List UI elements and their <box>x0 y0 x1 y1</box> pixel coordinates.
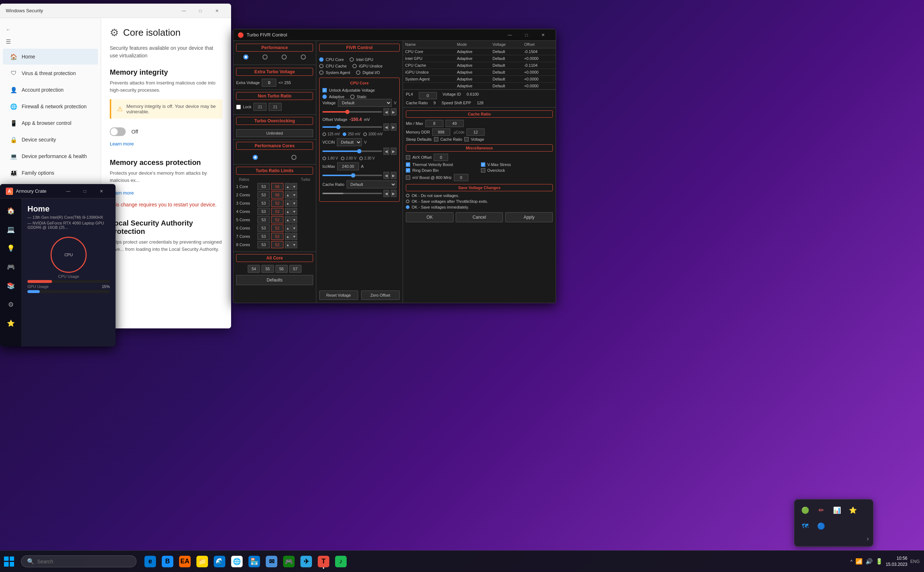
turbo-input-5cores[interactable] <box>271 216 284 223</box>
perf-radio-1[interactable] <box>243 54 248 59</box>
ratio-input-8cores[interactable] <box>257 241 270 248</box>
taskbar-icon-ea[interactable]: EA <box>177 553 193 569</box>
taskbar-icon-telegram[interactable]: ✈ <box>298 553 314 569</box>
iccmax-slider-thumb[interactable] <box>351 173 355 177</box>
defaults-button[interactable]: Defaults <box>236 275 313 285</box>
systray-icon-3[interactable]: 📊 <box>831 504 843 517</box>
lock-checkbox[interactable] <box>236 105 241 109</box>
sidebar-item-family[interactable]: 👨‍👩‍👧 Family options <box>3 165 98 181</box>
taskbar-icon-windows-store[interactable]: 🏪 <box>246 553 262 569</box>
iccmax-dec-btn[interactable]: ◀ <box>383 172 389 179</box>
ratio-input-1core[interactable] <box>257 183 270 190</box>
perf-radio-2[interactable] <box>262 54 268 59</box>
armoury-minimize-button[interactable]: — <box>60 185 76 197</box>
table-row-igpu-unslice[interactable]: iGPU Unslice Adaptive Default +0.0000 <box>403 69 556 76</box>
zero-offset-button[interactable]: Zero Offset <box>361 291 400 300</box>
thermal-velocity-checkbox[interactable] <box>406 162 410 167</box>
adaptive-radio[interactable]: Adaptive <box>323 95 344 99</box>
cache-dec-btn[interactable]: ◀ <box>383 190 389 197</box>
taskbar-icon-throttlestop[interactable]: T <box>316 553 332 569</box>
mv-boost-input[interactable] <box>454 174 468 181</box>
mv-boost-checkbox[interactable] <box>406 176 410 180</box>
ratio-down-7cores[interactable]: ▼ <box>291 233 297 240</box>
ratio-input-4cores[interactable] <box>257 208 270 215</box>
perf-radio-4[interactable] <box>301 54 306 59</box>
tray-clock[interactable]: 10:56 15.03.2023 <box>886 555 907 568</box>
save-option-1[interactable]: OK - Do not save voltages. <box>406 193 553 198</box>
lock-input-1[interactable] <box>254 103 266 111</box>
table-row-empty[interactable]: Adaptive Default +0.0000 <box>403 82 556 90</box>
cancel-button[interactable]: Cancel <box>456 212 503 222</box>
sidebar-item-device-perf[interactable]: 💻 Device performance & health <box>3 148 98 164</box>
armoury-close-button[interactable]: ✕ <box>93 185 110 197</box>
range-125mv[interactable]: 125 mV <box>323 132 340 136</box>
all-core-btn-57[interactable]: 57 <box>289 265 301 273</box>
vccin-inc-btn[interactable]: ▶ <box>391 148 396 155</box>
voltage-dec-btn[interactable]: ◀ <box>383 108 389 115</box>
armoury-sidebar-aura[interactable]: 💡 <box>3 240 19 256</box>
sidebar-menu-icon[interactable]: ☰ <box>0 35 101 48</box>
fivr-radio-system-agent[interactable]: System Agent <box>319 70 350 75</box>
avx-offset-input[interactable] <box>434 154 448 161</box>
memory-ddr-input[interactable] <box>432 129 450 136</box>
taskbar-icon-edge[interactable]: e <box>142 553 158 569</box>
all-core-btn-55[interactable]: 55 <box>262 265 274 273</box>
sidebar-item-virus[interactable]: 🛡 Virus & threat protection <box>3 65 98 81</box>
learn-more-link[interactable]: Learn more <box>110 141 134 146</box>
armoury-sidebar-scenario[interactable]: ⚙ <box>3 297 19 312</box>
ratio-up-5cores[interactable]: ▲ <box>285 216 291 223</box>
vccin-1.80v[interactable]: 1.80 V <box>323 156 338 160</box>
table-row-cpu-cache[interactable]: CPU Cache Adaptive Default -0.1104 <box>403 62 556 69</box>
tray-chevron-icon[interactable]: ^ <box>850 559 852 564</box>
sidebar-item-app-browser[interactable]: 📱 App & browser control <box>3 115 98 131</box>
ratio-down-3cores[interactable]: ▼ <box>291 200 297 207</box>
range-250mv[interactable]: 250 mV <box>343 132 360 136</box>
ratio-up-8cores[interactable]: ▲ <box>285 241 291 248</box>
turbo-input-4cores[interactable] <box>271 208 284 215</box>
vccin-select[interactable]: Default <box>337 138 362 146</box>
ratio-up-6cores[interactable]: ▲ <box>285 224 291 232</box>
ratio-up-7cores[interactable]: ▲ <box>285 233 291 240</box>
ratio-up-1core[interactable]: ▲ <box>285 183 291 190</box>
systray-icon-6[interactable]: 🔵 <box>815 520 827 533</box>
turbo-input-6cores[interactable] <box>271 224 284 232</box>
turbo-input-1core[interactable] <box>271 183 284 190</box>
memory-integrity-toggle[interactable] <box>110 127 126 136</box>
turbo-input-8cores[interactable] <box>271 241 284 248</box>
cache-ratio-cb[interactable] <box>434 137 438 141</box>
vccin-2.00v[interactable]: 2.00 V <box>341 156 356 160</box>
ratio-down-2cores[interactable]: ▼ <box>291 191 297 199</box>
taskbar-icon-file-manager[interactable]: 📁 <box>194 553 210 569</box>
cache-ratio-select[interactable]: Default <box>347 180 396 188</box>
taskbar-icon-spotify[interactable]: ♪ <box>333 553 349 569</box>
voltage-slider-thumb[interactable] <box>345 110 349 114</box>
apply-button[interactable]: Apply <box>505 212 553 222</box>
save-option-3[interactable]: OK - Save voltages immediately. <box>406 205 553 209</box>
iccmax-input[interactable] <box>337 162 359 170</box>
voltage-select[interactable]: Default <box>338 99 392 107</box>
turbo-input-7cores[interactable] <box>271 233 284 240</box>
pl4-input[interactable] <box>419 92 437 99</box>
ratio-down-1core[interactable]: ▼ <box>291 183 297 190</box>
systray-icon-4[interactable]: ⭐ <box>846 504 859 517</box>
ratio-input-6cores[interactable] <box>257 224 270 232</box>
table-row-cpu-core[interactable]: CPU Core Adaptive Default -0.1504 <box>403 48 556 55</box>
perf-core-radio-1[interactable] <box>253 155 258 160</box>
ratio-down-4cores[interactable]: ▼ <box>291 208 297 215</box>
taskbar-search-bar[interactable]: 🔍 <box>21 555 137 567</box>
all-core-btn-56[interactable]: 56 <box>276 265 288 273</box>
reset-voltage-button[interactable]: Reset Voltage <box>319 291 358 300</box>
turbo-input-3cores[interactable] <box>271 200 284 207</box>
static-radio[interactable]: Static <box>350 95 367 99</box>
armoury-sidebar-game-library[interactable]: 📚 <box>3 278 19 294</box>
taskbar-icon-chrome[interactable]: 🌐 <box>229 553 245 569</box>
overclock-checkbox[interactable] <box>481 168 485 173</box>
minimize-button[interactable]: — <box>176 5 192 17</box>
table-row-system-agent[interactable]: System Agent Adaptive Default +0.0000 <box>403 76 556 82</box>
ok-button[interactable]: OK <box>406 212 453 222</box>
network-icon[interactable]: 📶 <box>855 558 863 565</box>
armoury-sidebar-gamevisual[interactable]: 🎮 <box>3 259 19 275</box>
voltage-cb[interactable] <box>464 137 469 141</box>
turbo-fivr-maximize[interactable]: □ <box>518 29 535 41</box>
volume-icon[interactable]: 🔊 <box>865 558 873 565</box>
